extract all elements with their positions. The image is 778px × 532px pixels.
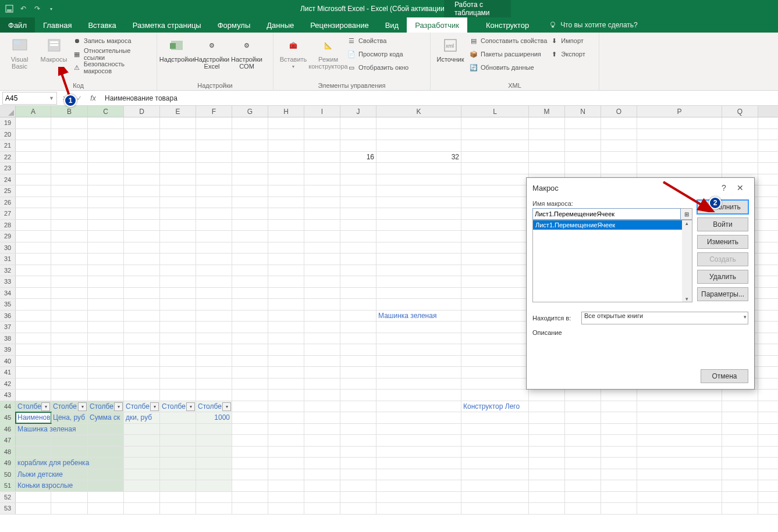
cell[interactable] <box>196 469 232 480</box>
cell[interactable] <box>124 208 160 219</box>
cell[interactable] <box>268 276 304 287</box>
cell[interactable] <box>232 333 268 344</box>
cell[interactable] <box>16 174 51 185</box>
cell[interactable] <box>124 447 160 458</box>
visual-basic-button[interactable]: Visual Basic <box>3 34 35 72</box>
cell[interactable]: 16 <box>340 152 376 163</box>
cell[interactable] <box>16 356 51 367</box>
cell[interactable] <box>340 288 376 299</box>
cell[interactable] <box>461 492 529 503</box>
cell[interactable] <box>196 447 232 458</box>
cell[interactable] <box>637 480 722 491</box>
cell[interactable] <box>340 322 376 333</box>
cell[interactable] <box>232 344 268 355</box>
col-header-L[interactable]: L <box>461 106 529 117</box>
cell[interactable] <box>51 220 88 231</box>
cell[interactable] <box>376 163 461 174</box>
cell[interactable] <box>529 390 565 401</box>
cell[interactable] <box>461 356 529 367</box>
cell[interactable] <box>376 231 461 242</box>
cell[interactable] <box>88 265 124 276</box>
chevron-down-icon[interactable]: ▼ <box>49 95 54 101</box>
cell[interactable] <box>160 424 196 435</box>
cell[interactable] <box>88 390 124 401</box>
cell[interactable] <box>160 447 196 458</box>
step-into-button[interactable]: Войти <box>697 217 748 231</box>
cell[interactable] <box>340 412 376 423</box>
row-header[interactable]: 19 <box>0 117 16 128</box>
cell[interactable] <box>88 492 124 503</box>
cell[interactable] <box>16 379 51 390</box>
cell[interactable] <box>529 480 565 491</box>
row-header[interactable]: 37 <box>0 322 16 333</box>
cell[interactable] <box>196 503 232 514</box>
cell[interactable] <box>722 401 758 412</box>
cell[interactable] <box>376 276 461 287</box>
cell[interactable]: Сумма ск <box>88 412 124 423</box>
cell[interactable] <box>601 412 637 423</box>
col-header-G[interactable]: G <box>232 106 268 117</box>
cell[interactable] <box>88 231 124 242</box>
cell[interactable] <box>160 322 196 333</box>
col-header-D[interactable]: D <box>124 106 160 117</box>
cell[interactable] <box>232 322 268 333</box>
cell[interactable] <box>160 435 196 446</box>
cell[interactable] <box>529 424 565 435</box>
cell[interactable] <box>160 469 196 480</box>
cell[interactable] <box>340 458 376 469</box>
qat-dropdown-icon[interactable]: ▾ <box>45 3 57 15</box>
cell[interactable] <box>722 435 758 446</box>
cell[interactable] <box>160 265 196 276</box>
cell[interactable] <box>51 253 88 265</box>
cell[interactable] <box>461 322 529 333</box>
cell[interactable] <box>232 412 268 423</box>
cell[interactable] <box>124 344 160 355</box>
cell[interactable] <box>124 379 160 390</box>
cell[interactable] <box>461 480 529 491</box>
cell[interactable] <box>376 117 461 128</box>
cell[interactable] <box>461 265 529 276</box>
cell[interactable] <box>722 424 758 435</box>
col-header-M[interactable]: M <box>529 106 565 117</box>
cell[interactable] <box>376 503 461 514</box>
cell[interactable] <box>376 480 461 491</box>
cell[interactable] <box>196 435 232 446</box>
cell[interactable] <box>268 447 304 458</box>
cell[interactable] <box>461 253 529 265</box>
cell[interactable] <box>637 390 722 401</box>
col-header-Q[interactable]: Q <box>722 106 758 117</box>
cell[interactable] <box>304 447 340 458</box>
refresh-data-button[interactable]: 🔄Обновить данные <box>469 62 547 73</box>
cell[interactable] <box>124 117 160 128</box>
com-addins-button[interactable]: ⚙Настройки COM <box>230 34 263 72</box>
cell[interactable] <box>160 231 196 242</box>
cell[interactable] <box>268 231 304 242</box>
cell[interactable] <box>160 197 196 208</box>
cell[interactable] <box>461 458 529 469</box>
cell[interactable] <box>124 322 160 333</box>
cell[interactable] <box>160 288 196 299</box>
cell[interactable] <box>268 333 304 344</box>
cell[interactable] <box>124 503 160 514</box>
cell[interactable] <box>196 299 232 310</box>
cell[interactable] <box>340 129 376 140</box>
filter-dropdown-icon[interactable]: ▾ <box>186 402 195 411</box>
cell[interactable] <box>461 174 529 185</box>
cell[interactable] <box>376 424 461 435</box>
cell[interactable] <box>529 458 565 469</box>
cell[interactable] <box>124 492 160 503</box>
cell[interactable] <box>88 379 124 390</box>
cell[interactable] <box>232 242 268 253</box>
cell[interactable] <box>304 310 340 322</box>
cell[interactable] <box>51 129 88 140</box>
cell[interactable] <box>637 469 722 480</box>
cell[interactable] <box>160 333 196 344</box>
cell[interactable] <box>461 220 529 231</box>
row-header[interactable]: 51 <box>0 480 16 491</box>
cell[interactable] <box>304 367 340 378</box>
cell[interactable] <box>340 390 376 401</box>
cell[interactable] <box>124 390 160 401</box>
cell[interactable] <box>565 129 601 140</box>
cell[interactable] <box>16 129 51 140</box>
cell[interactable] <box>340 503 376 514</box>
